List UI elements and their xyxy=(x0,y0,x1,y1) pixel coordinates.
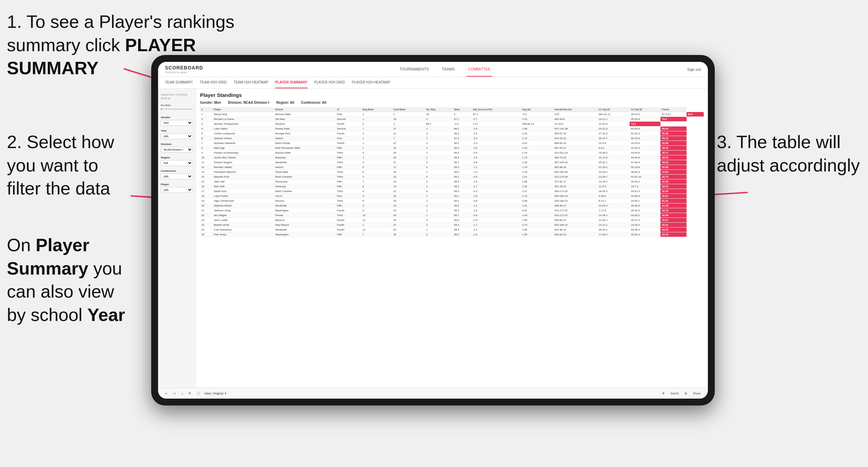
app-header: SCOREBOARD Powered by dippa TOURNAMENTS … xyxy=(158,62,708,77)
home-btn[interactable]: ⌂ xyxy=(180,391,185,396)
table-row: 13Phichaksn MaichonTexas A&MThird630169.… xyxy=(200,170,704,175)
table-row: 12Brendan ValdesAuburnFifth517068.4-1.11… xyxy=(200,165,704,170)
col-vs-top50: Vs Top 50 xyxy=(630,107,660,112)
sub-nav: TEAM SUMMARY TEAM H2H GRID TEAM H2H HEAT… xyxy=(158,77,708,89)
col-overall: Overall Record xyxy=(553,107,597,112)
sidebar-filters: Update time: 27/03/2024 16:56:26 No Rds.… xyxy=(158,89,196,388)
main-content: Update time: 27/03/2024 16:56:26 No Rds.… xyxy=(158,89,708,388)
table-row: 8Mats EgeEast Tennessee StateFifth124268… xyxy=(200,146,704,151)
table-row: 14Maxwell FordNorth CarolinaThird323069.… xyxy=(200,175,704,179)
col-rank: # xyxy=(200,107,212,112)
col-no-rds: No. Rds. xyxy=(425,107,453,112)
nav-tournaments[interactable]: TOURNAMENTS xyxy=(398,62,430,77)
main-nav: TOURNAMENTS TEAMS COMMITTEE xyxy=(398,62,492,77)
table-row: 25Cole SherwoodVanderbiltFourth1223169.3… xyxy=(200,227,704,232)
undo-btn[interactable]: ↩ xyxy=(164,391,169,396)
division-select[interactable]: NCAA Division I xyxy=(161,147,193,153)
region-section: Region N/A xyxy=(161,156,193,166)
view-selector[interactable]: View: Original ▾ xyxy=(204,392,226,395)
subnav-player-h2h-heatmap[interactable]: PLAYER H2H HEATMAP xyxy=(352,77,390,88)
region-select[interactable]: N/A xyxy=(161,160,193,166)
table-row: 4Luke ClatonFlorida StateSecond127268.2-… xyxy=(200,126,704,131)
table-row: 26Petr HrubyWashingtonFifth725068.6-1.61… xyxy=(200,232,704,237)
clock-btn[interactable]: 🕐 xyxy=(195,391,201,396)
col-vs-top25: Vs Top 25 xyxy=(597,107,630,112)
copy-btn[interactable]: ⧉ xyxy=(187,391,192,396)
table-row: 21Taehoon SongWashingtonFourth423169.2-1… xyxy=(200,208,704,213)
year-section: Year (All) xyxy=(161,129,193,139)
update-time-section: Update time: 27/03/2024 16:56:26 xyxy=(161,93,193,100)
gender-section: Gender Men xyxy=(161,116,193,126)
conference-select[interactable]: (All) xyxy=(161,174,193,179)
filter-bar: Gender: Men Division: NCAA Division I Re… xyxy=(200,101,704,104)
subnav-player-h2h-grid[interactable]: PLAYER H2H GRID xyxy=(314,77,345,88)
table-row: 18Luke PowellUCLAFirst424169.1-1.81.1350… xyxy=(200,194,704,199)
share-btn[interactable]: Share xyxy=(691,391,702,396)
table-row: 5Christo LamprechtGeorgia TechFourth2212… xyxy=(200,131,704,136)
instruction-step3: On Player Summary you can also view by s… xyxy=(7,234,137,326)
instruction-step2: 2. Select how you want to filter the dat… xyxy=(7,131,137,200)
no-rds-slider[interactable]: 0 xyxy=(161,108,193,110)
gender-filter-label: Gender: Men xyxy=(200,101,221,104)
table-row: 3Michael ThorbjornsenStanfordFourth2188.… xyxy=(200,122,704,126)
table-row: 16Alex GoffKentuckyFifth819068.3-1.71.92… xyxy=(200,184,704,189)
sign-out-link[interactable]: Sign out xyxy=(687,67,701,71)
table-row: 17David FordNorth CarolinaThird421069.0-… xyxy=(200,189,704,194)
col-reg-rank: Reg Rank xyxy=(361,107,392,112)
table-row: 10Jacob Skov OlesenArkansasFifth125168.4… xyxy=(200,155,704,160)
redo-btn[interactable]: ↪ xyxy=(172,391,177,396)
col-player: Player xyxy=(212,107,274,112)
nav-committee[interactable]: COMMITTEE xyxy=(467,62,492,77)
table-row: 9Preston SummerhaysArizona StateThird324… xyxy=(200,151,704,155)
instruction-step3-right: 3. The table will adjust accordingly xyxy=(717,131,861,177)
col-avg-sg: Avg SG xyxy=(521,107,553,112)
header-right: Sign out xyxy=(687,67,701,71)
col-wins: Wins xyxy=(453,107,471,112)
table-row: 1Wenyi DingArizona StateFirst1115167.1-3… xyxy=(200,112,704,117)
table-title: Player Standings xyxy=(200,92,704,98)
table-row: 19Tiger ChristensenArizonaThird523269.2-… xyxy=(200,199,704,203)
subnav-team-h2h-grid[interactable]: TEAM H2H GRID xyxy=(200,77,227,88)
table-row: 7Nicholas GabrelcikNorth FloridaFourth12… xyxy=(200,141,704,146)
table-row: 11Gordon SargentVanderbiltThird421068.7-… xyxy=(200,160,704,165)
subnav-team-h2h-heatmap[interactable]: TEAM H2H HEATMAP xyxy=(234,77,268,88)
col-points: Points xyxy=(660,107,686,112)
standings-table: # Player School Yr Reg Rank Conf Rank No… xyxy=(200,107,704,237)
nav-teams[interactable]: TEAMS xyxy=(441,62,456,77)
table-header-row: # Player School Yr Reg Rank Conf Rank No… xyxy=(200,107,704,112)
subnav-team-summary[interactable]: TEAM SUMMARY xyxy=(165,77,193,88)
col-conf-rank: Conf Rank xyxy=(392,107,425,112)
year-select[interactable]: (All) xyxy=(161,133,193,139)
division-section: Division NCAA Division I xyxy=(161,143,193,153)
table-row: 22Ian GilliganFloridaThird1024168.7-0.91… xyxy=(200,213,704,218)
col-adj-score: Adj. Score to Par xyxy=(471,107,521,112)
subnav-player-summary[interactable]: PLAYER SUMMARY xyxy=(275,77,308,88)
conference-section: Conference (All) xyxy=(161,169,193,179)
tablet-screen: SCOREBOARD Powered by dippa TOURNAMENTS … xyxy=(158,62,708,399)
logo-area: SCOREBOARD Powered by dippa xyxy=(165,65,203,74)
division-filter-label: Division: NCAA Division I xyxy=(228,101,269,104)
eye-btn[interactable]: 👁 xyxy=(660,391,666,396)
logo: SCOREBOARD Powered by dippa xyxy=(165,65,203,74)
gender-select[interactable]: Men xyxy=(161,120,193,126)
col-year: Yr xyxy=(336,107,361,112)
layout-btn[interactable]: ⊞ xyxy=(683,391,689,396)
conference-filter-label: Conference: All xyxy=(301,101,326,104)
table-row: 2Michael La SassoOle MissSecond118067.1-… xyxy=(200,117,704,122)
col-school: School xyxy=(274,107,336,112)
table-row: 20Matthew RiedelVanderbiltFifth519068.5-… xyxy=(200,203,704,208)
player-select[interactable]: (All) xyxy=(161,187,193,193)
table-row: 23Jack LundinMissouriFourth1124068.6-2.3… xyxy=(200,218,704,223)
region-filter-label: Region: All xyxy=(276,101,294,104)
table-row: 15Jake HallTennesseeFifth718068.5-1.51.6… xyxy=(200,179,704,184)
player-section: Player (All) xyxy=(161,183,193,193)
bottom-toolbar: ↩ ↪ ⌂ ⧉ 🕐 View: Original ▾ 👁 Watch ⊞ Sha… xyxy=(158,388,708,399)
no-rds-section: No Rds. 0 xyxy=(161,104,193,110)
table-row: 24Bastien AmatNew MexicoFourth127269.4-1… xyxy=(200,223,704,227)
table-row: 6Jackson KoivunAuburnFirst17267.3-2.02.7… xyxy=(200,136,704,141)
table-area: Player Standings Gender: Men Division: N… xyxy=(196,89,708,388)
watch-btn[interactable]: Watch xyxy=(669,391,680,396)
tablet-device: SCOREBOARD Powered by dippa TOURNAMENTS … xyxy=(151,55,715,405)
